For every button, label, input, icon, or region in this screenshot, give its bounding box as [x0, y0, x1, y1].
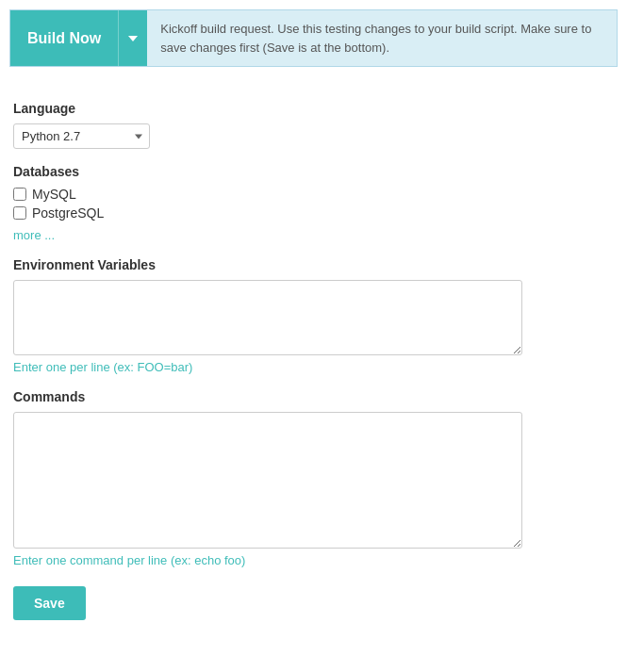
databases-section: Databases MySQL PostgreSQL more ...: [13, 164, 614, 242]
env-vars-hint: Enter one per line (ex: FOO=bar): [13, 360, 614, 374]
build-now-info: Kickoff build request. Use this testing …: [147, 10, 617, 66]
commands-section: Commands Enter one command per line (ex:…: [13, 389, 614, 567]
env-vars-section: Environment Variables Enter one per line…: [13, 257, 614, 374]
env-vars-label: Environment Variables: [13, 257, 614, 272]
build-now-bar: Build Now Kickoff build request. Use thi…: [9, 9, 618, 67]
chevron-down-icon: [128, 36, 138, 41]
build-now-btn-group: Build Now: [10, 10, 147, 66]
postgresql-checkbox[interactable]: [13, 206, 26, 220]
language-label: Language: [13, 101, 614, 116]
postgresql-checkbox-item: PostgreSQL: [13, 205, 614, 221]
main-content: Language Python 2.7 Python 3.6 Ruby Node…: [0, 76, 627, 630]
databases-label: Databases: [13, 164, 614, 179]
language-select[interactable]: Python 2.7 Python 3.6 Ruby Node.js Java …: [13, 123, 150, 149]
build-now-dropdown-button[interactable]: [118, 10, 147, 66]
commands-textarea[interactable]: [13, 412, 522, 549]
postgresql-label: PostgreSQL: [32, 205, 104, 221]
mysql-checkbox[interactable]: [13, 188, 26, 201]
more-link[interactable]: more ...: [13, 228, 55, 242]
language-select-wrapper: Python 2.7 Python 3.6 Ruby Node.js Java …: [13, 123, 150, 149]
env-vars-textarea[interactable]: [13, 280, 522, 355]
mysql-checkbox-item: MySQL: [13, 187, 614, 202]
build-now-button[interactable]: Build Now: [10, 10, 118, 66]
mysql-label: MySQL: [32, 187, 76, 202]
commands-hint: Enter one command per line (ex: echo foo…: [13, 553, 614, 567]
save-button[interactable]: Save: [13, 586, 86, 620]
language-section: Language Python 2.7 Python 3.6 Ruby Node…: [13, 101, 614, 149]
commands-label: Commands: [13, 389, 614, 404]
